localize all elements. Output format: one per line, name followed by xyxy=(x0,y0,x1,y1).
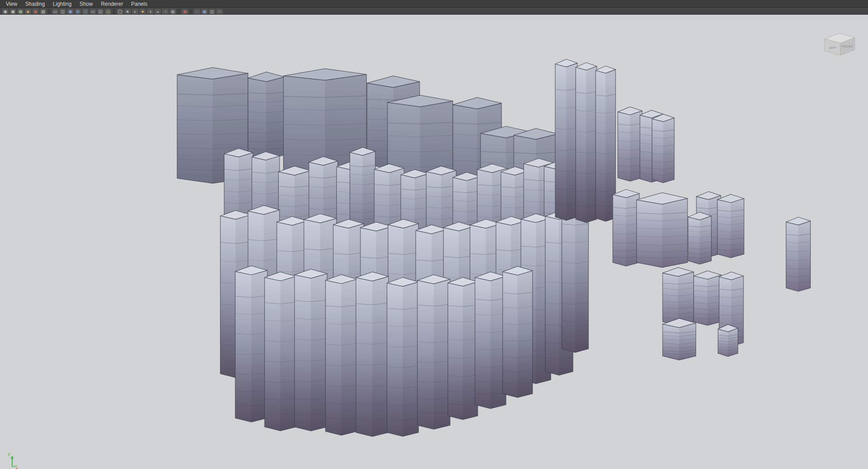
textured-icon[interactable]: ◐ xyxy=(132,9,138,14)
menu-lighting[interactable]: Lighting xyxy=(49,0,76,8)
stone-block[interactable] xyxy=(718,325,738,357)
multisample-icon[interactable]: ◍ xyxy=(170,9,176,14)
stone-block[interactable] xyxy=(475,272,506,409)
field-chart-icon[interactable]: ⊞ xyxy=(75,9,81,14)
menu-panels[interactable]: Panels xyxy=(127,0,152,8)
toolbar-separator xyxy=(191,9,191,14)
stone-block[interactable] xyxy=(576,63,596,223)
stone-block[interactable] xyxy=(717,194,744,258)
frame-selected-icon[interactable]: ◲ xyxy=(105,9,111,14)
scene-view-icon[interactable]: ◉ xyxy=(2,9,8,14)
select-camera-icon[interactable]: ▣ xyxy=(10,9,16,14)
camera-attributes-icon[interactable]: ▤ xyxy=(40,9,46,14)
toolbar-separator xyxy=(49,9,49,14)
menu-shading[interactable]: Shading xyxy=(21,0,49,8)
stone-block[interactable] xyxy=(613,189,640,266)
stone-block[interactable] xyxy=(618,107,642,181)
menu-show[interactable]: Show xyxy=(76,0,97,8)
stone-block[interactable] xyxy=(663,268,694,326)
stone-block[interactable] xyxy=(688,212,711,264)
x-axis-label: x xyxy=(15,466,18,469)
wireframe-icon[interactable]: ◯ xyxy=(117,9,123,14)
snap-icon[interactable]: ◈ xyxy=(25,9,31,14)
view-cube-front-label: FRONT xyxy=(842,44,853,48)
stone-block[interactable] xyxy=(694,271,721,325)
film-gate-icon[interactable]: ▭ xyxy=(52,9,58,14)
stone-block[interactable] xyxy=(356,272,388,437)
y-axis-label: y xyxy=(7,451,10,456)
stone-block[interactable] xyxy=(235,266,267,422)
stone-block[interactable] xyxy=(786,217,811,291)
stone-block[interactable] xyxy=(350,147,375,228)
menu-view[interactable]: View xyxy=(2,0,21,8)
gate-mask-icon[interactable]: ▣ xyxy=(67,9,73,14)
share-view-icon[interactable]: ∴ xyxy=(216,9,223,14)
grid-display-icon[interactable]: ▦ xyxy=(17,9,24,14)
grease-pencil-icon[interactable]: ◆ xyxy=(32,9,39,14)
stone-block[interactable] xyxy=(295,269,327,431)
stone-block[interactable] xyxy=(325,275,357,435)
texture-display-icon[interactable]: ◫ xyxy=(209,9,215,14)
panel-toolbar: ◉▣▦◈◆▤▭◫▣⊞◻▭◱◲◯●◐●◑◒◔◍▣◌▣◫∴ xyxy=(0,8,868,15)
motion-blur-icon[interactable]: ◔ xyxy=(162,9,168,14)
toolbar-separator xyxy=(114,9,114,14)
axis-indicator: yx xyxy=(7,451,18,469)
stone-block[interactable] xyxy=(503,266,532,397)
shadows-icon[interactable]: ◑ xyxy=(147,9,153,14)
viewport-3d[interactable]: LEFTFRONTyx xyxy=(0,15,868,469)
smooth-shade-icon[interactable]: ● xyxy=(124,9,131,14)
safe-title-icon[interactable]: ▭ xyxy=(90,9,96,14)
stone-block[interactable] xyxy=(663,318,696,360)
toolbar-separator xyxy=(179,9,179,14)
stone-block[interactable] xyxy=(448,277,478,420)
isolate-select-icon[interactable]: ▣ xyxy=(182,9,188,14)
view-cube[interactable]: LEFTFRONT xyxy=(825,33,855,56)
wireframe-on-shaded-icon[interactable]: ◌ xyxy=(194,9,200,14)
safe-action-icon[interactable]: ◻ xyxy=(82,9,88,14)
stone-block[interactable] xyxy=(652,114,674,183)
menu-renderer[interactable]: Renderer xyxy=(97,0,127,8)
stone-block[interactable] xyxy=(636,192,688,267)
scene-canvas[interactable]: LEFTFRONTyx xyxy=(0,15,868,469)
stone-block[interactable] xyxy=(264,272,296,431)
panel-menubar: ViewShadingLightingShowRendererPanels xyxy=(0,0,868,8)
stone-block[interactable] xyxy=(417,275,450,429)
stone-block[interactable] xyxy=(248,72,284,159)
use-all-lights-icon[interactable]: ● xyxy=(140,9,146,14)
default-material-icon[interactable]: ▣ xyxy=(201,9,208,14)
frame-all-icon[interactable]: ◱ xyxy=(97,9,104,14)
resolution-gate-icon[interactable]: ◫ xyxy=(60,9,66,14)
stone-block[interactable] xyxy=(555,59,577,220)
view-cube-left-label: LEFT xyxy=(828,46,837,50)
stone-block[interactable] xyxy=(387,277,419,437)
occlusion-icon[interactable]: ◒ xyxy=(155,9,161,14)
